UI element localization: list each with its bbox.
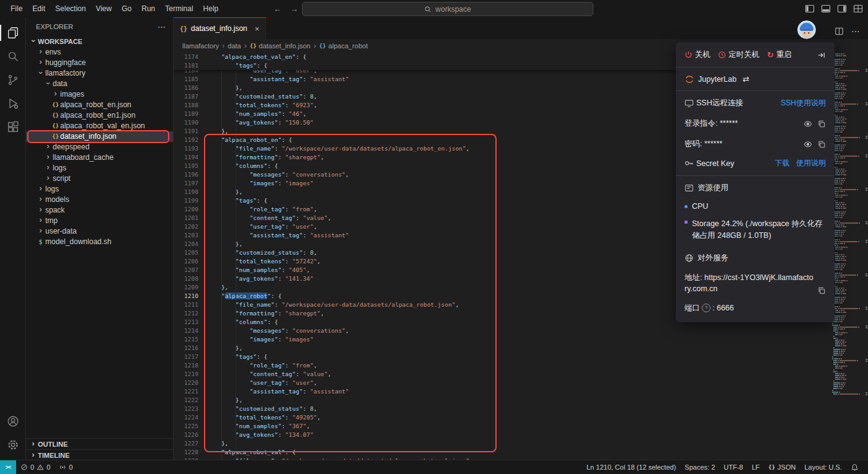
tree-item-envs[interactable]: ›envs (26, 47, 173, 58)
show-password-eye-icon[interactable] (804, 140, 812, 149)
minimap[interactable] (831, 53, 864, 460)
search-sidebar-icon[interactable] (0, 45, 25, 68)
code-line[interactable]: 1223 "customized_status": 8, (174, 405, 868, 413)
menu-go[interactable]: Go (117, 2, 136, 15)
code-line[interactable]: 1215 "images": "images" (174, 335, 868, 344)
code-line[interactable]: 1222 }, (174, 396, 868, 405)
code-line[interactable]: 1219 "content_tag": "value", (174, 370, 868, 379)
cursor-position[interactable]: Ln 1210, Col 18 (12 selected) (582, 460, 680, 474)
line-number: 1223 (174, 405, 198, 413)
timeline-section[interactable]: › TIMELINE (26, 449, 173, 460)
tree-item-tmp[interactable]: ›tmp (26, 216, 173, 226)
question-circle-icon[interactable]: ? (702, 304, 711, 312)
scheduled-shutdown-button[interactable]: 定时关机 (718, 50, 760, 60)
service-address[interactable]: https://cst-1YO3lWjK.llamafactory.com.cn (684, 273, 813, 294)
code-line[interactable]: 1216 }, (174, 344, 868, 353)
split-editor-icon[interactable] (835, 27, 844, 36)
tree-item-dataset_info.json[interactable]: {}dataset_info.json (26, 131, 173, 142)
tree-item-spack[interactable]: ›spack (26, 205, 173, 216)
breadcrumb-item-llamafactory[interactable]: llamafactory (182, 42, 219, 50)
back-arrow-icon[interactable]: ← (273, 4, 281, 14)
toggle-panel-icon[interactable] (821, 4, 831, 14)
ssh-help-link[interactable]: SSH使用说明 (781, 98, 826, 108)
code-line[interactable]: 1226 "avg_tokens": "134.07" (174, 431, 868, 439)
more-actions-icon[interactable]: ⋯ (851, 26, 861, 36)
show-login-eye-icon[interactable] (804, 120, 812, 128)
avatar[interactable] (797, 20, 816, 39)
menu-view[interactable]: View (91, 2, 116, 15)
restart-button[interactable]: ↻ 重启 (767, 50, 792, 60)
tree-item-deepspeed[interactable]: ›deepspeed (26, 142, 173, 152)
line-number: 1203 (174, 231, 198, 240)
jupyterlab-row[interactable]: JupyterLab ⇄ (684, 74, 826, 84)
copy-address-icon[interactable] (817, 286, 826, 295)
problems-status[interactable]: 0 0 (16, 460, 55, 474)
menu-help[interactable]: Help (199, 2, 223, 15)
settings-gear-icon[interactable] (0, 433, 25, 457)
toggle-sidebar-icon[interactable] (805, 4, 815, 14)
customize-layout-icon[interactable] (853, 4, 863, 14)
code-line[interactable]: 1218 "role_tag": "from", (174, 361, 868, 370)
explorer-icon[interactable] (0, 21, 25, 45)
breadcrumb-item-file[interactable]: {} dataset_info.json (250, 42, 311, 50)
line-number: 1217 (174, 353, 198, 361)
menu-run[interactable]: Run (137, 2, 159, 15)
code-line[interactable]: 1214 "messages": "conversations", (174, 327, 868, 335)
tree-item-llamaboard_cache[interactable]: ›llamaboard_cache (26, 152, 173, 163)
account-icon[interactable] (0, 410, 25, 433)
copy-login-icon[interactable] (817, 120, 826, 128)
shutdown-button[interactable]: 关机 (684, 50, 711, 60)
workspace-section-header[interactable]: › WORKSPACE (26, 36, 173, 47)
command-center-search[interactable]: workspace (302, 2, 593, 16)
code-line[interactable]: 1220 "user_tag": "user", (174, 379, 868, 387)
code-line[interactable]: 1224 "total_tokens": "49205", (174, 413, 868, 422)
code-line[interactable]: 1225 "num_samples": "367", (174, 422, 868, 431)
tree-item-user-data[interactable]: ›user-data (26, 226, 173, 237)
menu-file[interactable]: File (6, 2, 27, 15)
tree-item-logs[interactable]: ›logs (26, 184, 173, 195)
tree-item-data[interactable]: ›data (26, 79, 173, 89)
secret-help-link[interactable]: 使用说明 (796, 159, 826, 167)
forward-arrow-icon[interactable]: → (290, 4, 298, 14)
tree-item-script[interactable]: ›script (26, 173, 173, 184)
secret-download-link[interactable]: 下载 (775, 159, 790, 167)
tree-item-alpaca_robot_en1.json[interactable]: {}alpaca_robot_en1.json (26, 110, 173, 121)
eol-status[interactable]: LF (747, 460, 764, 474)
extensions-icon[interactable] (0, 115, 25, 139)
source-control-icon[interactable] (0, 68, 25, 92)
breadcrumb-item-symbol[interactable]: {} alpaca_robot (319, 42, 368, 50)
breadcrumb-item-data[interactable]: data (228, 42, 241, 50)
copy-password-icon[interactable] (817, 140, 826, 149)
code-line[interactable]: 1217 "tags": { (174, 353, 868, 361)
remote-indicator[interactable]: >< (0, 460, 16, 474)
tree-item-llamafactory[interactable]: ›llamafactory (26, 68, 173, 79)
tree-item-logs[interactable]: ›logs (26, 163, 173, 173)
menu-selection[interactable]: Selection (51, 2, 90, 15)
code-line[interactable]: 1227 }, (174, 439, 868, 448)
tree-item-alpaca_robot_en.json[interactable]: {}alpaca_robot_en.json (26, 100, 173, 110)
keyboard-layout-status[interactable]: Layout: U.S. (800, 460, 846, 474)
notifications-bell-icon[interactable] (846, 460, 863, 474)
tree-item-images[interactable]: ›images (26, 89, 173, 100)
code-line[interactable]: 1228 "alpaca_robot_val": { (174, 448, 868, 457)
ports-status[interactable]: 0 (55, 460, 77, 474)
outline-section[interactable]: › OUTLINE (26, 439, 173, 449)
code-line[interactable]: 1221 "assistant_tag": "assistant" (174, 387, 868, 396)
menu-edit[interactable]: Edit (28, 2, 50, 15)
tree-item-models[interactable]: ›models (26, 195, 173, 205)
collapse-panel-icon[interactable] (817, 51, 826, 59)
close-tab-icon[interactable]: × (255, 24, 260, 33)
tab-dataset-info[interactable]: {} dataset_info.json × (174, 17, 266, 39)
tree-item-alpaca_robot_val_en.json[interactable]: {}alpaca_robot_val_en.json (26, 121, 173, 131)
chevron-right-icon: › (43, 141, 53, 152)
tree-item-huggingface[interactable]: ›huggingface (26, 58, 173, 68)
toggle-secondary-sidebar-icon[interactable] (837, 4, 847, 14)
run-debug-icon[interactable] (0, 92, 25, 115)
json-file-icon: {} (180, 25, 187, 32)
language-status[interactable]: {} JSON (764, 460, 800, 474)
tree-item-model_download.sh[interactable]: $model_download.sh (26, 237, 173, 247)
menu-terminal[interactable]: Terminal (161, 2, 197, 15)
encoding-status[interactable]: UTF-8 (719, 460, 747, 474)
explorer-actions-icon[interactable]: ⋯ (157, 22, 166, 32)
indentation-status[interactable]: Spaces: 2 (680, 460, 719, 474)
